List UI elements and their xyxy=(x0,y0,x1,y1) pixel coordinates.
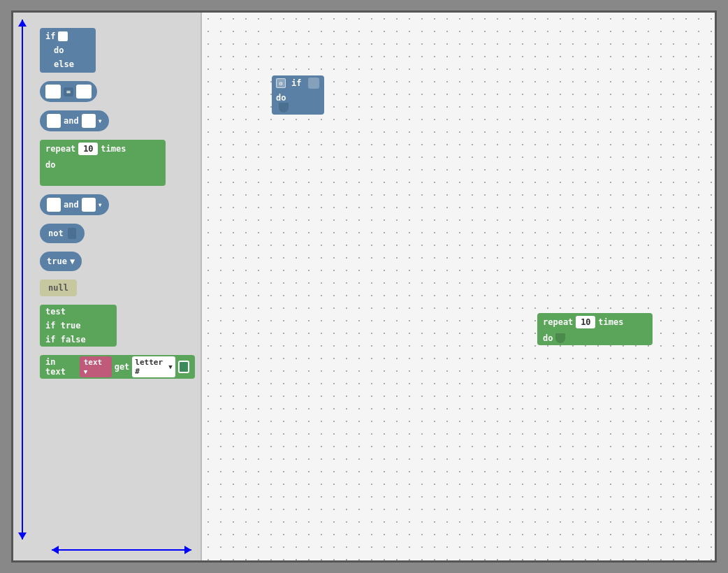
if-notch xyxy=(58,31,68,41)
test-block-body[interactable]: test if true if false xyxy=(40,305,117,347)
canvas-if-block-body[interactable]: ⚙ if do xyxy=(272,75,324,115)
canvas-do-label: do xyxy=(276,93,286,103)
canvas-repeat-label: repeat xyxy=(543,317,573,327)
do-label-repeat-sidebar: do xyxy=(45,160,55,170)
true-block[interactable]: true ▼ xyxy=(40,252,195,271)
intext-letter-slot[interactable]: letter # ▼ xyxy=(132,356,175,377)
comp-slot-right xyxy=(76,85,92,99)
and1-slot-right xyxy=(82,114,96,128)
intext-get: get xyxy=(115,362,130,372)
intext-block[interactable]: in text text ▼ get letter # ▼ xyxy=(40,355,195,379)
canvas-do-repeat-label: do xyxy=(543,333,553,343)
true-arrow[interactable]: ▼ xyxy=(70,256,75,266)
and2-slot-right xyxy=(82,198,96,212)
test-label: test xyxy=(45,307,66,317)
canvas-if-tab xyxy=(279,103,289,113)
intext-prefix: in text xyxy=(45,357,77,377)
and1-arrow[interactable]: ▼ xyxy=(99,118,102,124)
intext-block-body[interactable]: in text text ▼ get letter # ▼ xyxy=(40,355,195,379)
null-block-body[interactable]: null xyxy=(40,280,77,296)
not-block[interactable]: not xyxy=(40,224,195,243)
comp-block-body[interactable]: = xyxy=(40,81,97,102)
canvas-times-label: times xyxy=(598,317,623,327)
horizontal-arrow-icon xyxy=(52,549,191,551)
intext-letter-arrow[interactable]: ▼ xyxy=(168,363,172,370)
and2-slot-left xyxy=(47,198,61,212)
comp-slot-left xyxy=(45,85,61,99)
canvas[interactable]: ⚙ if do repeat 10 times do xyxy=(202,13,715,560)
intext-text-arrow[interactable]: ▼ xyxy=(84,368,87,375)
comparison-block[interactable]: = xyxy=(40,81,195,102)
do-label: do xyxy=(54,45,64,55)
canvas-if-settings-icon: ⚙ xyxy=(276,78,286,88)
sidebar: if do else = and xyxy=(13,13,202,560)
else-label: else xyxy=(54,59,74,69)
canvas-if-block[interactable]: ⚙ if do xyxy=(272,75,324,115)
canvas-repeat-block-body[interactable]: repeat 10 times do xyxy=(537,313,653,345)
and1-label: and xyxy=(64,116,79,126)
comp-op: = xyxy=(64,87,73,96)
canvas-repeat-tab xyxy=(555,333,565,343)
intext-letter-label: letter # xyxy=(135,358,167,376)
vertical-arrow-icon xyxy=(22,20,23,539)
intext-text-label: text xyxy=(84,358,103,367)
and1-slot-left xyxy=(47,114,61,128)
app-container: if do else = and xyxy=(11,10,717,563)
and2-label: and xyxy=(64,200,79,210)
and-block-1-body[interactable]: and ▼ xyxy=(40,110,109,131)
not-slot xyxy=(68,228,76,239)
if-false-label: if false xyxy=(45,335,86,344)
null-block[interactable]: null xyxy=(40,280,195,296)
if-true-label: if true xyxy=(45,321,81,331)
repeat-label-sidebar: repeat xyxy=(45,144,75,154)
times-label-sidebar: times xyxy=(101,144,126,154)
test-block[interactable]: test if true if false xyxy=(40,305,195,347)
true-label: true xyxy=(47,256,67,266)
canvas-if-notch xyxy=(308,78,319,89)
canvas-if-label: if xyxy=(291,78,301,88)
and-block-2-body[interactable]: and ▼ xyxy=(40,194,109,215)
null-label: null xyxy=(48,283,68,293)
repeat-num-sidebar[interactable]: 10 xyxy=(78,143,98,155)
canvas-repeat-num[interactable]: 10 xyxy=(576,316,595,328)
intext-end-slot xyxy=(178,361,189,373)
if-block-body[interactable]: if do else xyxy=(40,28,96,73)
true-block-body[interactable]: true ▼ xyxy=(40,252,82,271)
intext-text-slot[interactable]: text ▼ xyxy=(80,356,112,377)
and-block-1[interactable]: and ▼ xyxy=(40,110,195,131)
repeat-block-sidebar-body[interactable]: repeat 10 times do xyxy=(40,140,166,186)
canvas-repeat-block[interactable]: repeat 10 times do xyxy=(537,313,653,345)
if-do-else-block[interactable]: if do else xyxy=(40,28,195,73)
and2-arrow[interactable]: ▼ xyxy=(99,202,102,208)
not-label: not xyxy=(48,229,64,238)
repeat-block-sidebar[interactable]: repeat 10 times do xyxy=(40,140,195,186)
if-label: if xyxy=(45,31,55,41)
not-block-body[interactable]: not xyxy=(40,224,85,243)
and-block-2[interactable]: and ▼ xyxy=(40,194,195,215)
